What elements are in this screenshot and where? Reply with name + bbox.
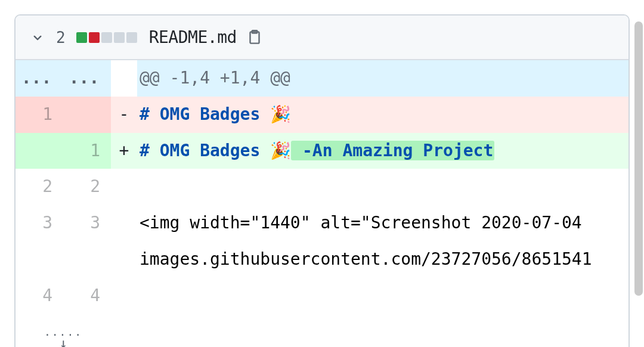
diff-row-context: 2 2 — [16, 169, 628, 205]
copy-icon[interactable] — [246, 29, 263, 46]
code-line: <img width="1440" alt="Screenshot 2020-0… — [137, 205, 628, 241]
new-line-number[interactable] — [63, 97, 111, 133]
emoji-party: 🎉 — [270, 141, 291, 160]
code-line: images.githubusercontent.com/23727056/86… — [137, 241, 628, 278]
hunk-header-row[interactable]: ... ... @@ -1,4 +1,4 @@ — [16, 60, 628, 97]
diff-row-context-wrap: images.githubusercontent.com/23727056/86… — [16, 241, 628, 278]
hunk-new-col: ... — [63, 60, 111, 97]
expand-down-icon[interactable]: ····· ↓ — [16, 314, 111, 347]
scrollbar-thumb[interactable] — [634, 21, 643, 296]
diffstat-neutral-square — [101, 32, 112, 43]
diff-row-context: 4 4 — [16, 278, 628, 314]
markdown-heading: # OMG Badges — [140, 141, 270, 160]
old-line-number — [16, 241, 63, 278]
old-line-number[interactable]: 3 — [16, 205, 63, 241]
old-line-number[interactable]: 1 — [16, 97, 63, 133]
added-text-span: -An Amazing Project — [291, 141, 494, 160]
diff-row-deleted: 1 - # OMG Badges 🎉 — [16, 97, 628, 133]
diff-row-added: 1 + # OMG Badges 🎉 -An Amazing Project — [16, 133, 628, 169]
diff-row-context: 3 3 <img width="1440" alt="Screenshot 20… — [16, 205, 628, 241]
new-line-number[interactable]: 2 — [63, 169, 111, 205]
vertical-scrollbar[interactable] — [633, 14, 644, 347]
new-line-number[interactable]: 3 — [63, 205, 111, 241]
emoji-party: 🎉 — [270, 104, 291, 124]
diffstat-add-square — [76, 32, 87, 43]
change-count: 2 — [56, 29, 66, 47]
diffstat-neutral-square — [114, 32, 125, 43]
expand-row[interactable]: ····· ↓ — [16, 314, 628, 347]
new-line-number — [63, 241, 111, 278]
old-line-number[interactable] — [16, 133, 63, 169]
code-line: # OMG Badges 🎉 — [137, 97, 628, 133]
new-line-number[interactable]: 1 — [63, 133, 111, 169]
diffstat-neutral-square — [126, 32, 137, 43]
marker-none — [111, 278, 137, 314]
diff-table: ... ... @@ -1,4 +1,4 @@ 1 - # OMG Badges… — [16, 60, 628, 347]
file-name[interactable]: README.md — [149, 27, 237, 47]
new-line-number[interactable]: 4 — [63, 278, 111, 314]
diffstat — [76, 32, 137, 43]
marker-plus: + — [111, 133, 137, 169]
file-header: 2 README.md — [16, 16, 628, 60]
arrow-down-icon: ↓ — [59, 339, 67, 347]
diff-file: 2 README.md ... ... @@ -1,4 +1,4 @@ 1 — [14, 14, 630, 347]
marker-none — [111, 241, 137, 278]
old-line-number[interactable]: 2 — [16, 169, 63, 205]
old-line-number[interactable]: 4 — [16, 278, 63, 314]
code-line — [137, 278, 628, 314]
markdown-heading: # OMG Badges — [140, 104, 270, 124]
code-line: # OMG Badges 🎉 -An Amazing Project — [137, 133, 628, 169]
code-line — [137, 169, 628, 205]
marker-none — [111, 205, 137, 241]
hunk-old-col: ... — [16, 60, 63, 97]
diffstat-del-square — [89, 32, 100, 43]
hunk-header-text: @@ -1,4 +1,4 @@ — [137, 60, 628, 97]
marker-minus: - — [111, 97, 137, 133]
chevron-down-icon[interactable] — [30, 30, 45, 45]
marker-none — [111, 169, 137, 205]
